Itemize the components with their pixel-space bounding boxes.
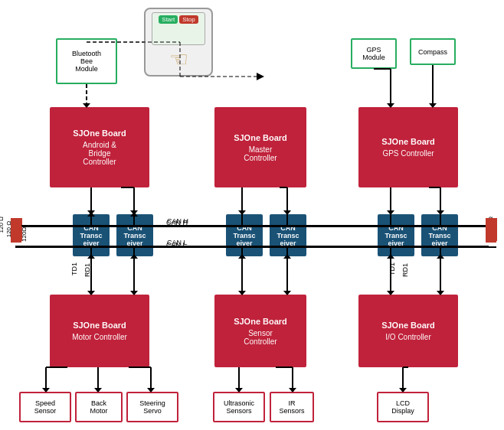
svg-marker-1	[83, 103, 90, 108]
svg-text:CAN L: CAN L	[167, 239, 188, 246]
svg-marker-65	[94, 388, 102, 393]
svg-marker-22	[387, 103, 394, 108]
svg-marker-57	[387, 254, 394, 259]
svg-rect-29	[486, 218, 496, 243]
svg-marker-54	[283, 254, 291, 259]
svg-marker-47	[130, 291, 138, 295]
svg-marker-73	[289, 388, 296, 393]
svg-marker-53	[283, 291, 291, 295]
svg-marker-45	[87, 254, 95, 259]
svg-text:CAN H: CAN H	[167, 217, 188, 225]
svg-marker-48	[130, 254, 138, 259]
svg-rect-27	[11, 218, 21, 243]
svg-marker-63	[42, 388, 50, 393]
svg-marker-60	[437, 254, 444, 259]
diagram: Start Stop ☜ Bluetooth Bee Module GPS Mo…	[0, 0, 504, 430]
svg-marker-76	[399, 388, 407, 393]
svg-marker-59	[437, 291, 444, 295]
svg-marker-86	[257, 73, 264, 80]
connections-svg: 120Ω 120Ω	[0, 0, 504, 430]
svg-marker-70	[235, 388, 243, 393]
svg-marker-44	[87, 291, 95, 295]
svg-marker-51	[238, 254, 246, 259]
svg-marker-24	[429, 103, 437, 108]
svg-marker-68	[147, 388, 155, 393]
svg-marker-50	[238, 291, 246, 295]
svg-text:TD1: TD1	[70, 262, 78, 275]
svg-text:TD1: TD1	[388, 262, 396, 275]
svg-text:RD1: RD1	[83, 263, 91, 277]
svg-marker-56	[387, 291, 394, 295]
svg-text:RD1: RD1	[401, 263, 409, 277]
svg-text:120Ω: 120Ω	[21, 227, 28, 242]
